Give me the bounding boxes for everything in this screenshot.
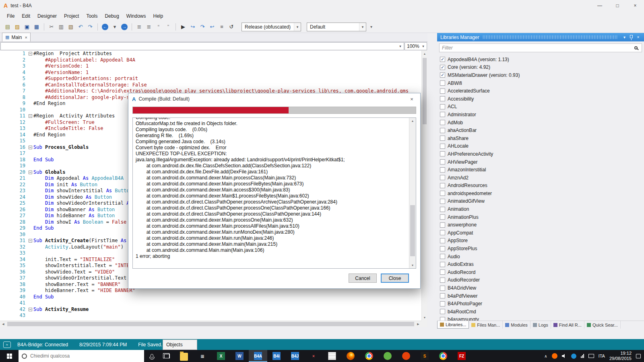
library-checkbox[interactable] (440, 269, 445, 275)
excel-icon[interactable]: X (212, 350, 230, 362)
library-item[interactable]: AnimationPlus (440, 213, 643, 221)
library-checkbox[interactable] (440, 136, 445, 141)
step-over-icon[interactable]: ↷ (198, 23, 207, 31)
chevron-down-icon[interactable]: ▾ (420, 43, 427, 50)
library-checkbox[interactable] (440, 293, 445, 298)
library-filter-input[interactable] (442, 45, 634, 51)
minimize-icon[interactable]: — (591, 0, 609, 11)
library-checkbox[interactable] (440, 88, 445, 94)
fold-marker-icon[interactable]: − (27, 144, 33, 151)
redo-icon[interactable]: ↷ (86, 23, 95, 31)
menu-designer[interactable]: Designer (34, 12, 60, 20)
library-checkbox[interactable] (440, 183, 445, 188)
chevron-down-icon[interactable]: ▾ (397, 43, 404, 50)
library-item[interactable]: ✓MSMaterialDrawer (version: 0.93) (440, 71, 643, 79)
library-checkbox[interactable] (440, 120, 445, 125)
library-checkbox[interactable] (440, 262, 445, 267)
green-app-icon[interactable] (378, 350, 397, 362)
library-checkbox[interactable] (440, 80, 445, 86)
library-item[interactable]: b4aPdfViewer (440, 292, 643, 300)
panel-close-icon[interactable]: × (635, 35, 642, 39)
tab-main[interactable]: ▦ Main × (2, 33, 31, 41)
library-checkbox[interactable] (440, 286, 445, 291)
library-item[interactable]: AppCompat (440, 229, 643, 237)
library-item[interactable]: AppStorePlus (440, 245, 643, 253)
close-button[interactable]: Close (381, 274, 409, 283)
chevron-down-icon[interactable]: ▾ (359, 23, 366, 31)
menu-edit[interactable]: Edit (18, 12, 34, 20)
restart-icon[interactable]: ↺ (227, 23, 236, 31)
library-checkbox[interactable] (440, 230, 445, 235)
navigate-history-dropdown[interactable]: ▾ (110, 23, 119, 31)
b4j-icon[interactable]: B4J (286, 350, 304, 362)
close-icon[interactable]: × (626, 0, 644, 11)
cut-icon[interactable]: ✂ (47, 23, 56, 31)
scroll-left-icon[interactable]: ◀ (0, 321, 6, 327)
fold-marker-icon[interactable]: − (27, 113, 33, 119)
library-item[interactable]: Audio (440, 253, 643, 261)
pin-icon[interactable] (628, 35, 635, 40)
library-checkbox[interactable] (440, 199, 445, 204)
panel-tab-logs[interactable]: Logs (530, 321, 551, 329)
menu-windows[interactable]: Windows (123, 12, 150, 20)
panel-tab-files-man[interactable]: Files Man... (469, 321, 503, 329)
library-checkbox[interactable]: ✓ (440, 72, 445, 78)
zoom-select[interactable]: 100% ▾ (405, 42, 427, 50)
scroll-down-icon[interactable]: ▼ (409, 262, 416, 268)
library-item[interactable]: androidspeedometer (440, 189, 643, 197)
editor-vscrollbar-thumb[interactable] (423, 58, 427, 124)
scroll-right-icon[interactable]: ▶ (415, 321, 421, 327)
library-item[interactable]: AudioRecorder (440, 276, 643, 284)
task-view-button[interactable] (159, 350, 175, 362)
comment-icon[interactable]: “ (154, 23, 163, 31)
library-item[interactable]: ahaActionBar (440, 126, 643, 134)
word-icon[interactable]: W (230, 350, 249, 362)
library-item[interactable]: AmazonInterstitial (440, 166, 643, 174)
library-checkbox[interactable] (440, 214, 445, 220)
save-icon[interactable]: ▣ (23, 23, 31, 31)
panel-tab-find-all-r[interactable]: Find All R... (551, 321, 584, 329)
library-item[interactable]: Administrator (440, 111, 643, 119)
copy-icon[interactable]: ▥ (57, 23, 66, 31)
fold-marker-icon[interactable]: − (27, 169, 33, 176)
library-item[interactable]: AdMob (440, 119, 643, 127)
indent-icon[interactable]: ≣ (144, 23, 153, 31)
library-checkbox[interactable] (440, 222, 445, 228)
editor-hscrollbar-thumb[interactable] (7, 322, 414, 326)
language-indicator[interactable]: ITA (599, 354, 605, 358)
library-checkbox[interactable]: ✓ (440, 65, 445, 70)
library-item[interactable]: ahaShare (440, 134, 643, 142)
clock[interactable]: 19:12 29/08/2015 (609, 351, 632, 361)
library-item[interactable]: Animation (440, 205, 643, 213)
fold-marker-icon[interactable]: − (27, 51, 33, 57)
library-checkbox[interactable] (440, 207, 445, 212)
uncomment-icon[interactable]: ” (164, 23, 173, 31)
library-checkbox[interactable] (440, 309, 445, 314)
toolbar-overflow-icon[interactable]: ▾ (370, 25, 372, 29)
library-item[interactable]: AcceleratedSurface (440, 87, 643, 95)
library-item[interactable]: ✓AppodealB4A (version: 1.13) (440, 56, 643, 64)
library-filter-box[interactable] (439, 43, 642, 52)
step-into-icon[interactable]: ↩ (208, 23, 217, 31)
dialog-titlebar[interactable]: A Compile (Build: Default) × (128, 93, 420, 105)
library-checkbox[interactable] (440, 254, 445, 259)
paste-icon[interactable]: ▧ (66, 23, 75, 31)
chevron-down-icon[interactable]: ▾ (294, 23, 301, 31)
library-item[interactable]: AppStore (440, 237, 643, 245)
notepad-icon[interactable] (323, 350, 341, 362)
navigate-forward-icon[interactable]: → (121, 24, 128, 30)
orange-app-icon[interactable] (397, 350, 415, 362)
pause-icon[interactable]: ≡ (217, 23, 226, 31)
library-checkbox[interactable] (440, 128, 445, 133)
run-icon[interactable]: ▶ (179, 23, 188, 31)
fold-marker-icon[interactable]: − (27, 238, 33, 244)
library-checkbox[interactable] (440, 191, 445, 196)
library-item[interactable]: B4AGridView (440, 284, 643, 292)
library-item[interactable]: ACL (440, 103, 643, 111)
chrome-icon[interactable] (360, 350, 378, 362)
app-grid-icon[interactable]: ▦ (193, 350, 212, 362)
taskbar-search[interactable] (19, 350, 144, 362)
fl-studio-icon[interactable]: S (415, 350, 434, 362)
build-profile-select[interactable]: Default ▾ (307, 23, 366, 31)
log-vscrollbar-thumb[interactable] (410, 205, 415, 256)
